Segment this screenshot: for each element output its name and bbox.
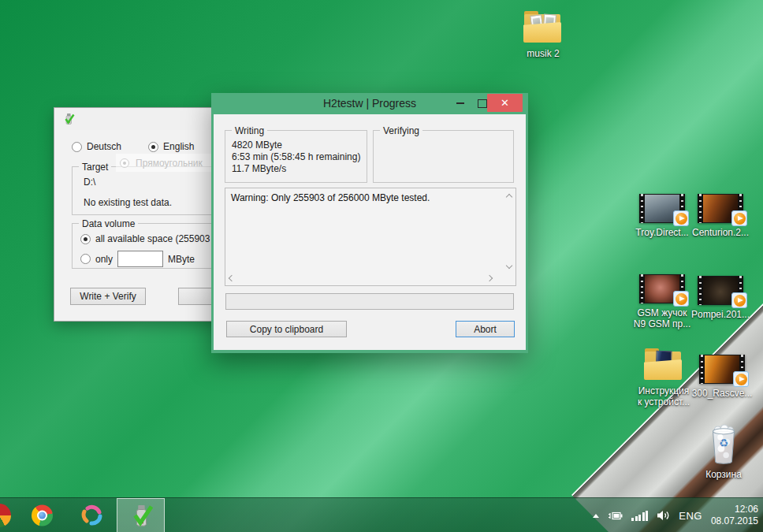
video-file-icon <box>639 194 685 223</box>
desktop-icon-recycle-bin[interactable]: ♻ Корзина <box>693 424 754 480</box>
volume-icon[interactable] <box>657 510 670 521</box>
scroll-up-icon[interactable] <box>506 194 512 200</box>
target-legend: Target <box>79 162 111 173</box>
icon-label: musik 2 <box>527 48 559 59</box>
language-selector: Deutsch English <box>72 141 194 152</box>
scroll-right-icon[interactable] <box>486 275 493 281</box>
icon-label: Troy.Direct... <box>635 227 688 238</box>
h2testw-taskbar-button[interactable] <box>117 498 165 532</box>
radio-deutsch-label: Deutsch <box>87 141 121 152</box>
log-warning-text: Warning: Only 255903 of 256000 MByte tes… <box>231 192 430 203</box>
chrome-icon[interactable] <box>32 504 53 526</box>
icon-label: Centurion.2... <box>692 227 749 238</box>
language-indicator[interactable]: ENG <box>679 510 702 522</box>
only-mbyte-input[interactable] <box>117 251 163 267</box>
desktop-icon-troy[interactable]: Troy.Direct... <box>631 194 693 238</box>
radio-deutsch[interactable] <box>72 142 82 152</box>
icon-label: 300_Rascve... <box>692 388 753 399</box>
data-volume-legend: Data volume <box>79 218 138 229</box>
video-file-icon <box>699 355 745 384</box>
close-button[interactable]: ✕ <box>487 94 523 112</box>
writing-mbyte: 4820 MByte <box>232 140 360 151</box>
play-icon <box>734 213 746 225</box>
circular-arrows-browser-icon[interactable] <box>81 504 103 526</box>
film-strip-edge <box>639 274 645 303</box>
desktop-icon-instrukcija[interactable]: Инструкция к устройст... <box>633 347 694 407</box>
folder-icon <box>643 347 684 381</box>
icon-label: GSM жучок N9 GSM пр... <box>634 307 691 329</box>
network-signal-icon[interactable] <box>631 511 648 521</box>
h2testw-app-icon <box>129 503 153 528</box>
svg-text:♻: ♻ <box>719 437 728 449</box>
write-verify-button[interactable]: Write + Verify <box>70 288 146 305</box>
icon-label: Pompei.201... <box>691 309 750 320</box>
folder-front <box>644 359 682 380</box>
writing-groupbox: Writing 4820 MByte 6:53 min (5:58:45 h r… <box>225 130 367 183</box>
mbyte-unit-label: MByte <box>168 254 195 265</box>
writing-time: 6:53 min (5:58:45 h remaining) <box>232 151 360 163</box>
tray-time: 12:06 <box>711 504 758 515</box>
play-icon <box>676 293 687 305</box>
chrome-icon-ring <box>37 510 47 520</box>
play-icon <box>735 374 747 385</box>
minimize-button[interactable] <box>449 95 471 112</box>
folder-icon <box>523 9 564 44</box>
h2testw-progress-window: H2testw | Progress ✕ Writing 4820 MByte … <box>211 93 528 353</box>
desktop-icon-pompei[interactable]: Pompei.201... <box>690 276 751 320</box>
show-hidden-icons-icon[interactable] <box>593 514 599 518</box>
video-file-icon <box>698 276 743 305</box>
progress-bar <box>225 293 514 310</box>
writing-stats: 4820 MByte 6:53 min (5:58:45 h remaining… <box>232 140 360 175</box>
scroll-left-icon[interactable] <box>229 275 235 281</box>
screenshot-tool-ghost-tooltip: Прямоугольник <box>116 154 220 172</box>
radio-english[interactable] <box>148 142 158 152</box>
icon-label: Корзина <box>705 469 742 480</box>
chrome-icon-center <box>39 512 46 519</box>
clock[interactable]: 12:06 08.07.2015 <box>711 504 758 527</box>
partial-browser-icon[interactable] <box>0 504 11 527</box>
film-strip-edge <box>639 194 645 223</box>
play-badge <box>733 371 749 387</box>
abort-button[interactable]: Abort <box>456 321 515 337</box>
tray-date: 08.07.2015 <box>711 515 758 527</box>
target-status: No existing test data. <box>84 197 172 208</box>
writing-legend: Writing <box>232 125 267 136</box>
ghost-bullet-icon <box>120 158 129 168</box>
film-strip-edge <box>699 355 705 384</box>
only-label: only <box>95 254 113 265</box>
icon-label: Инструкция к устройст... <box>638 385 690 407</box>
log-textarea[interactable]: Warning: Only 255903 of 256000 MByte tes… <box>225 188 516 286</box>
film-strip-edge <box>698 194 703 223</box>
writing-speed: 11.7 MByte/s <box>232 163 360 175</box>
recycle-bin-icon: ♻ <box>707 424 740 465</box>
taskbar: ENG 12:06 08.07.2015 <box>0 497 763 532</box>
desktop-icon-musik2[interactable]: musik 2 <box>512 9 574 59</box>
desktop-icon-gsm[interactable]: GSM жучок N9 GSM пр... <box>631 274 693 329</box>
play-badge <box>673 210 689 226</box>
desktop-icon-300rascve[interactable]: 300_Rascve... <box>691 355 753 399</box>
film-strip-edge <box>698 276 703 305</box>
verifying-groupbox: Verifying <box>373 130 514 183</box>
radio-only[interactable] <box>80 254 91 264</box>
progress-titlebar[interactable]: H2testw | Progress ✕ <box>211 93 528 114</box>
target-drive: D:\ <box>84 177 95 188</box>
radio-all-available-space[interactable] <box>80 234 91 244</box>
play-icon <box>676 213 687 225</box>
copy-to-clipboard-button[interactable]: Copy to clipboard <box>226 321 347 337</box>
ghost-tooltip-text: Прямоугольник <box>136 158 203 169</box>
desktop-icon-centurion[interactable]: Centurion.2... <box>690 194 751 238</box>
video-file-icon <box>639 274 685 303</box>
system-tray: ENG 12:06 08.07.2015 <box>593 498 758 532</box>
play-badge <box>731 292 747 308</box>
video-file-icon <box>698 194 743 223</box>
folder-front <box>523 22 561 43</box>
scroll-down-icon[interactable] <box>506 262 512 269</box>
play-badge <box>731 210 747 226</box>
battery-power-icon[interactable] <box>608 511 623 521</box>
verifying-legend: Verifying <box>380 125 422 136</box>
radio-english-label: English <box>163 141 194 152</box>
play-icon <box>734 295 746 307</box>
desktop: musik 2 Troy.Direct... Centurion.2... GS… <box>0 0 763 532</box>
play-badge <box>673 291 689 307</box>
